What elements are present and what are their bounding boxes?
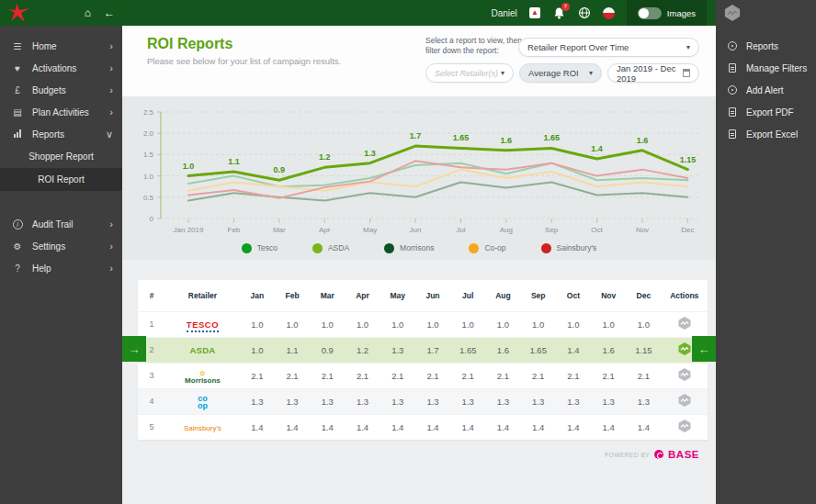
sidebar-item-reports[interactable]: Reports ∨	[0, 123, 122, 145]
roi-table: #RetailerJanFebMarAprMayJunJulAugSepOctN…	[138, 280, 708, 440]
rightbar-item-add-alert[interactable]: Add Alert	[716, 79, 816, 101]
topbar: ⌂ ← Daniel ▲ 7 Images	[0, 0, 816, 26]
rightbar-item-reports[interactable]: Reports	[716, 35, 816, 57]
chart-panel: 00.51.01.52.02.5Jan 2019FebMarAprMayJunJ…	[122, 96, 716, 260]
data-label-asda: 1.6	[637, 136, 649, 145]
language-flag-icon[interactable]	[603, 7, 615, 19]
table-header-cell: May	[380, 280, 415, 311]
row-actions-hexagon-icon[interactable]	[677, 419, 692, 433]
globe-icon[interactable]	[578, 6, 591, 19]
row-actions-cell[interactable]	[662, 414, 708, 440]
row-actions-hexagon-icon[interactable]	[677, 342, 692, 356]
data-label-asda: 1.65	[543, 133, 560, 142]
rightbar-item-export-pdf[interactable]: Export PDF	[716, 101, 816, 123]
home-icon[interactable]: ⌂	[85, 7, 91, 18]
data-label-asda: 1.2	[319, 152, 331, 162]
powered-by-footer: POWERED BY BASE	[605, 449, 699, 460]
table-cell: 1.3	[591, 388, 626, 414]
table-cell: 1.0	[380, 311, 415, 337]
date-range-picker[interactable]: Jan 2019 - Dec 2019	[607, 63, 699, 83]
svg-text:Jun: Jun	[410, 226, 422, 234]
legend-label: Tesco	[257, 243, 278, 252]
sidebar-item-plan-activities[interactable]: ▤ Plan Activities ›	[0, 101, 122, 123]
chevron-down-icon: ∨	[106, 129, 113, 140]
table-cell: 0.9	[310, 337, 345, 363]
rightbar-item-label: Export PDF	[746, 107, 794, 118]
svg-text:1.0: 1.0	[143, 173, 154, 181]
table-header-cell: Retailer	[165, 280, 240, 311]
calendar-icon	[683, 69, 690, 77]
table-header-cell: Jan	[240, 280, 275, 311]
table-row-coop[interactable]: 4coop1.31.31.31.31.31.31.31.31.31.31.31.…	[138, 388, 708, 414]
sidebar-item-settings[interactable]: ⚙ Settings ›	[0, 235, 122, 257]
sidebar-item-activations[interactable]: ♥ Activations ›	[0, 57, 122, 79]
user-avatar-hexagon-icon[interactable]	[723, 4, 742, 22]
notifications-bell-icon[interactable]: 7	[552, 6, 566, 20]
table-header-cell: Feb	[275, 280, 310, 311]
table-cell: 1.0	[240, 311, 275, 337]
svg-text:Nov: Nov	[636, 226, 649, 234]
table-cell: 1.3	[485, 388, 520, 414]
metric-select-value: Average ROI	[528, 68, 579, 78]
data-label-asda: 0.9	[274, 165, 286, 174]
row-actions-cell[interactable]	[662, 311, 708, 337]
sidebar-subitem-roi-report[interactable]: ROI Report	[0, 168, 122, 191]
table-cell: 1.2	[345, 337, 380, 363]
row-number: 4	[138, 388, 165, 414]
table-row-morrisons[interactable]: 3✿Morrisons2.12.12.12.12.12.12.12.12.12.…	[138, 363, 708, 388]
table-row-asda[interactable]: 2ASDA1.01.10.91.21.31.71.651.61.651.41.6…	[138, 337, 708, 363]
table-header-cell: Jul	[450, 280, 485, 311]
table-cell: 1.3	[415, 388, 450, 414]
row-actions-hexagon-icon[interactable]	[677, 367, 692, 382]
rightbar-item-manage-filters[interactable]: Manage Filters	[716, 57, 816, 79]
row-actions-hexagon-icon[interactable]	[677, 393, 692, 408]
sidebar-item-budgets[interactable]: £ Budgets ›	[0, 79, 122, 101]
table-cell: 1.4	[275, 414, 310, 440]
row-actions-cell[interactable]	[662, 363, 708, 388]
table-header-row: #RetailerJanFebMarAprMayJunJulAugSepOctN…	[138, 280, 708, 311]
row-actions-hexagon-icon[interactable]	[677, 316, 692, 330]
legend-dot-icon	[242, 243, 252, 253]
sidebar-item-audit-trail[interactable]: i Audit Trail ›	[0, 213, 122, 235]
document-icon	[727, 107, 738, 117]
chevron-right-icon: ›	[109, 40, 113, 51]
roi-table-panel: #RetailerJanFebMarAprMayJunJulAugSepOctN…	[138, 280, 708, 440]
report-select-dropdown[interactable]: Retailer Report Over Time ▾	[518, 38, 699, 57]
table-cell: 2.1	[345, 363, 380, 388]
table-header-cell: #	[138, 280, 165, 311]
chevron-down-icon: ▾	[686, 43, 690, 51]
page-title: ROI Reports	[147, 36, 232, 52]
heart-icon: ♥	[11, 63, 24, 73]
sidebar-item-help[interactable]: ? Help ›	[0, 257, 122, 279]
table-cell: 1.4	[380, 414, 415, 440]
username[interactable]: Daniel	[491, 8, 516, 18]
selected-row-arrow-left-icon[interactable]: ←	[692, 336, 716, 362]
topbar-right: Daniel ▲ 7 Images	[122, 0, 716, 26]
metric-select-dropdown[interactable]: Average ROI ▾	[519, 63, 602, 83]
sidebar-subitem-shopper-report[interactable]: Shopper Report	[0, 145, 122, 168]
table-header-cell: Aug	[485, 280, 520, 311]
back-arrow-icon[interactable]: ←	[104, 7, 115, 18]
table-cell: 1.1	[275, 337, 310, 363]
row-number: 3	[138, 363, 165, 388]
retailer-select-dropdown[interactable]: Select Retailer(s) ▾	[425, 63, 514, 83]
chevron-right-icon: ›	[109, 263, 113, 274]
table-row-tesco[interactable]: 1TESCO1.01.01.01.01.01.01.01.01.01.01.01…	[138, 311, 708, 337]
svg-text:Jul: Jul	[456, 226, 465, 234]
helper-line-1: Select a report to view, then	[425, 36, 522, 46]
sidebar-item-home[interactable]: ☰ Home ›	[0, 35, 122, 57]
table-header-cell: Nov	[591, 280, 626, 311]
table-cell: 1.4	[591, 414, 626, 440]
sidebar-item-label: Settings	[32, 241, 65, 252]
photo-icon[interactable]: ▲	[529, 7, 540, 18]
table-row-sainsburys[interactable]: 5Sainsbury's1.41.41.41.41.41.41.41.41.41…	[138, 414, 708, 440]
table-header-cell: Jun	[415, 280, 450, 311]
selected-row-arrow-right-icon[interactable]: →	[122, 336, 146, 362]
row-actions-cell[interactable]	[662, 388, 708, 414]
table-cell: 2.1	[485, 363, 520, 388]
chevron-right-icon: ›	[109, 218, 113, 230]
table-cell: 1.3	[275, 388, 310, 414]
images-toggle[interactable]	[638, 7, 662, 19]
chevron-right-icon: ›	[109, 84, 113, 95]
rightbar-item-export-excel[interactable]: Export Excel	[716, 123, 816, 145]
